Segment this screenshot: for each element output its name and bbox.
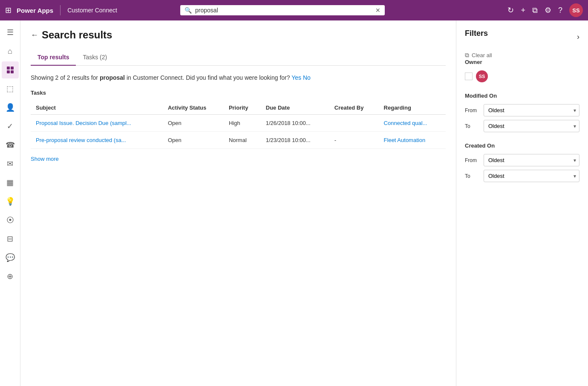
row2-regarding[interactable]: Fleet Automation xyxy=(379,132,446,149)
col-created-by: Created By xyxy=(329,101,379,115)
modified-to-select-wrap: Oldest Latest ▾ xyxy=(484,120,579,132)
result-info-keyword: proposal xyxy=(100,74,125,81)
row1-status: Open xyxy=(163,115,224,132)
result-info-prefix: Showing 2 of 2 results for xyxy=(31,74,100,81)
col-subject: Subject xyxy=(31,101,163,115)
sidebar-item-tasks[interactable]: ✓ xyxy=(2,118,19,135)
app-name: Power Apps xyxy=(17,7,53,14)
result-yes-link[interactable]: Yes xyxy=(291,74,301,81)
filter-owner-section: Owner SS xyxy=(465,59,579,82)
owner-avatar: SS xyxy=(476,70,488,82)
modified-from-select-wrap: Oldest Latest ▾ xyxy=(484,104,579,116)
modified-to-label: To xyxy=(465,123,480,129)
row1-priority: High xyxy=(224,115,261,132)
row2-duedate: 1/23/2018 10:00... xyxy=(261,132,329,149)
filters-panel: Filters › ⧉ Clear all Owner SS Modified … xyxy=(456,20,588,386)
filter-modified-title: Modified On xyxy=(465,93,579,99)
col-regarding: Regarding xyxy=(379,101,446,115)
filters-panel-header: Filters › xyxy=(465,29,579,45)
col-activity-status: Activity Status xyxy=(163,101,224,115)
row2-subject[interactable]: Pre-proposal review conducted (sa... xyxy=(31,132,163,149)
sidebar-item-pinned[interactable]: ⬚ xyxy=(2,80,19,97)
sidebar: ☰ ⌂ ⬚ 👤 ✓ ☎ ✉ ▦ 💡 ⦿ ⊟ 💬 ⊕ xyxy=(0,20,20,386)
row1-subject[interactable]: Proposal Issue. Decision Due (sampl... xyxy=(31,115,163,132)
result-info: Showing 2 of 2 results for proposal in C… xyxy=(31,74,446,81)
search-input[interactable] xyxy=(195,7,372,14)
sidebar-item-products[interactable]: ⊟ xyxy=(2,230,19,247)
created-to-select-wrap: Oldest Latest ▾ xyxy=(484,170,579,182)
search-icon: 🔍 xyxy=(184,7,192,14)
modified-to-row: To Oldest Latest ▾ xyxy=(465,120,579,132)
svg-rect-2 xyxy=(7,70,10,73)
created-from-label: From xyxy=(465,157,480,163)
filter-created-title: Created On xyxy=(465,142,579,149)
result-no-link[interactable]: No xyxy=(303,74,311,81)
main-layout: ☰ ⌂ ⬚ 👤 ✓ ☎ ✉ ▦ 💡 ⦿ ⊟ 💬 ⊕ ← Search resul… xyxy=(0,20,588,386)
results-table: Subject Activity Status Priority Due Dat… xyxy=(31,101,446,149)
created-to-select[interactable]: Oldest Latest xyxy=(484,170,579,182)
owner-row: SS xyxy=(465,70,579,82)
settings-icon[interactable]: ⚙ xyxy=(545,6,551,15)
sidebar-item-menu[interactable]: ☰ xyxy=(2,24,19,41)
row1-regarding[interactable]: Connected qual... xyxy=(379,115,446,132)
filters-title: Filters xyxy=(465,29,488,38)
svg-rect-0 xyxy=(7,67,10,70)
refresh-icon[interactable]: ↻ xyxy=(507,6,514,15)
tab-top-results[interactable]: Top results xyxy=(31,49,76,66)
svg-rect-1 xyxy=(11,67,14,70)
filter-created-on-section: Created On From Oldest Latest ▾ To Oldes… xyxy=(465,142,579,182)
col-due-date: Due Date xyxy=(261,101,329,115)
nav-divider xyxy=(60,5,61,15)
sidebar-item-chat[interactable]: 💬 xyxy=(2,249,19,266)
app-context: Customer Connect xyxy=(67,7,117,14)
top-navigation: ⊞ Power Apps Customer Connect 🔍 ✕ ↻ + ⧉ … xyxy=(0,0,588,20)
tab-tasks[interactable]: Tasks (2) xyxy=(76,49,114,66)
back-row: ← Search results xyxy=(31,29,446,41)
row1-duedate: 1/26/2018 10:00... xyxy=(261,115,329,132)
row2-priority: Normal xyxy=(224,132,261,149)
sidebar-item-recent[interactable] xyxy=(2,61,19,78)
row1-createdby xyxy=(329,115,379,132)
created-from-select[interactable]: Oldest Latest xyxy=(484,154,579,166)
sidebar-item-phone[interactable]: ☎ xyxy=(2,136,19,154)
owner-checkbox[interactable] xyxy=(465,73,473,80)
table-row: Proposal Issue. Decision Due (sampl... O… xyxy=(31,115,446,132)
back-button[interactable]: ← xyxy=(31,31,38,40)
grid-icon[interactable]: ⊞ xyxy=(5,6,12,15)
filters-panel-next-btn[interactable]: › xyxy=(577,32,579,41)
filter-owner-title: Owner xyxy=(465,59,579,65)
sidebar-item-more[interactable]: ⊕ xyxy=(2,268,19,285)
filter-clear-icon: ⧉ xyxy=(465,52,469,59)
sidebar-item-groups[interactable]: ⦿ xyxy=(2,212,19,229)
clear-all-button[interactable]: ⧉ Clear all xyxy=(465,52,579,59)
show-more-link[interactable]: Show more xyxy=(31,156,59,162)
nav-icons: ↻ + ⧉ ⚙ ? SS xyxy=(507,3,583,17)
created-from-row: From Oldest Latest ▾ xyxy=(465,154,579,166)
filter-icon[interactable]: ⧉ xyxy=(532,6,538,15)
clear-search-icon[interactable]: ✕ xyxy=(375,7,380,14)
table-row: Pre-proposal review conducted (sa... Ope… xyxy=(31,132,446,149)
tabs: Top results Tasks (2) xyxy=(31,49,446,66)
avatar[interactable]: SS xyxy=(569,3,583,17)
sidebar-item-home[interactable]: ⌂ xyxy=(2,43,19,60)
clear-all-label: Clear all xyxy=(472,52,492,58)
result-info-suffix: in Customer Connect. Did you find what y… xyxy=(125,74,290,81)
modified-to-select[interactable]: Oldest Latest xyxy=(484,120,579,132)
svg-rect-3 xyxy=(11,70,14,73)
col-priority: Priority xyxy=(224,101,261,115)
modified-from-label: From xyxy=(465,107,480,113)
section-label: Tasks xyxy=(31,90,446,96)
sidebar-item-contacts[interactable]: 👤 xyxy=(2,99,19,116)
search-bar: 🔍 ✕ xyxy=(180,5,385,15)
add-icon[interactable]: + xyxy=(521,6,525,15)
row2-status: Open xyxy=(163,132,224,149)
content-area: ← Search results Top results Tasks (2) S… xyxy=(20,20,456,386)
sidebar-item-calendar[interactable]: ▦ xyxy=(2,174,19,191)
page-title: Search results xyxy=(42,29,112,41)
filter-modified-on-section: Modified On From Oldest Latest ▾ To Olde… xyxy=(465,93,579,132)
modified-from-row: From Oldest Latest ▾ xyxy=(465,104,579,116)
sidebar-item-analytics[interactable]: 💡 xyxy=(2,193,19,210)
sidebar-item-email[interactable]: ✉ xyxy=(2,155,19,172)
modified-from-select[interactable]: Oldest Latest xyxy=(484,104,579,116)
help-icon[interactable]: ? xyxy=(558,6,562,15)
